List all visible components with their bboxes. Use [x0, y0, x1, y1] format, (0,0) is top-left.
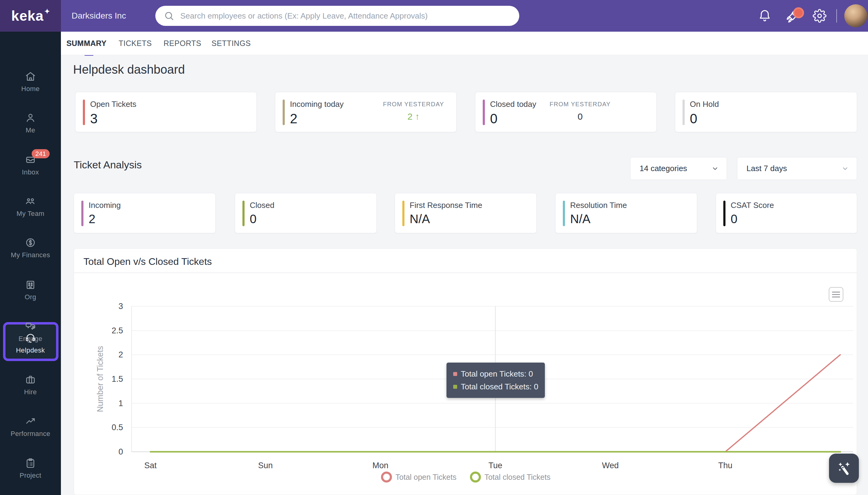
y-axis-label: Number of Tickets: [96, 346, 105, 412]
card-label: Incoming: [89, 201, 121, 210]
card-label: Closed: [250, 201, 274, 210]
from-yesterday-value: 0: [549, 112, 611, 122]
y-tick-label: 2.5: [112, 326, 123, 335]
tooltip-row: Total closed Tickets: 0: [453, 380, 538, 393]
ai-assistant-button[interactable]: [829, 454, 859, 483]
y-tick-label: 0.5: [112, 423, 123, 432]
settings-button[interactable]: [809, 0, 830, 32]
open-tickets-card: Open Tickets 3: [75, 92, 257, 132]
closed-today-card: Closed today 0 FROM YESTERDAY 0: [475, 92, 657, 132]
sidebar-item-my-team[interactable]: My Team: [0, 195, 61, 218]
briefcase-icon: [25, 374, 36, 386]
csat-score-card: CSAT Score 0: [716, 193, 857, 233]
legend-item-closed-tickets[interactable]: Total closed Tickets: [470, 472, 551, 482]
from-yesterday-block: FROM YESTERDAY 2 ↑: [383, 101, 444, 122]
card-label: On Hold: [690, 100, 719, 109]
card-label: First Response Time: [410, 201, 482, 210]
gear-icon: [813, 9, 827, 23]
chevron-down-icon: [841, 165, 849, 172]
card-value: 0: [690, 111, 697, 126]
sidebar-item-inbox[interactable]: 241 Inbox: [0, 154, 61, 176]
tooltip-text: Total closed Tickets: 0: [461, 380, 538, 393]
sidebar-item-project[interactable]: Project: [0, 457, 61, 479]
card-label: Closed today: [490, 100, 536, 109]
y-tick-label: 1.5: [112, 374, 123, 383]
helpdesk-tab-bar: SUMMARY TICKETS REPORTS SETTINGS: [61, 32, 868, 55]
sidebar-item-partial[interactable]: [0, 487, 61, 495]
tab-summary-label[interactable]: SUMMARY: [66, 32, 106, 55]
search-icon: [164, 11, 174, 21]
sidebar-item-performance[interactable]: Performance: [0, 415, 61, 438]
sidebar-item-home[interactable]: Home: [0, 71, 61, 93]
dollar-circle-icon: [25, 237, 36, 249]
inbox-unread-badge: 241: [32, 149, 50, 158]
clipboard-icon: [25, 457, 36, 469]
x-tick-label: Tue: [488, 461, 502, 470]
card-accent-bar: [402, 201, 404, 226]
card-accent-bar: [243, 201, 245, 226]
card-value: 2: [89, 212, 95, 226]
page-title: Helpdesk dashboard: [73, 63, 185, 76]
top-bar: keka✦ Darksiders Inc: [0, 0, 868, 32]
sidebar: Home Me 241 Inbox My Team My Finan: [0, 32, 61, 495]
sidebar-item-org[interactable]: Org: [0, 279, 61, 301]
open-vs-closed-chart-card: Total Open v/s Closed Tickets 00.511.522…: [74, 249, 857, 495]
company-name: Darksiders Inc: [71, 0, 126, 32]
search-input[interactable]: [180, 11, 501, 21]
card-label: Incoming today: [290, 100, 344, 109]
legend-label: Total closed Tickets: [485, 473, 551, 482]
bell-icon: [758, 9, 772, 23]
card-label: CSAT Score: [731, 201, 774, 210]
card-accent-bar: [723, 201, 725, 226]
tab-reports[interactable]: REPORTS: [164, 32, 201, 55]
card-value: 2: [290, 111, 297, 126]
keka-logo-text: keka: [11, 7, 44, 24]
card-label: Resolution Time: [570, 201, 627, 210]
tab-settings[interactable]: SETTINGS: [211, 32, 251, 55]
y-tick-label: 3: [118, 302, 123, 311]
card-accent-bar: [83, 100, 85, 125]
card-value: 0: [490, 111, 497, 126]
tab-tickets[interactable]: TICKETS: [118, 32, 152, 55]
chat-bubbles-icon: [25, 321, 36, 332]
categories-dropdown[interactable]: 14 categories: [630, 157, 727, 180]
card-value: 0: [731, 212, 737, 226]
sidebar-item-me[interactable]: Me: [0, 112, 61, 134]
on-hold-card: On Hold 0: [675, 92, 857, 132]
notifications-button[interactable]: [754, 0, 775, 32]
headset-icon: [24, 331, 36, 344]
x-tick-label: Thu: [718, 461, 733, 470]
legend-label: Total open Tickets: [396, 473, 456, 482]
whats-new-button[interactable]: [782, 0, 803, 32]
closed-card: Closed 0: [235, 193, 377, 233]
chart-legend: Total open Tickets Total closed Tickets: [74, 472, 857, 482]
card-label: Open Tickets: [90, 100, 136, 109]
from-yesterday-label: FROM YESTERDAY: [549, 101, 611, 108]
tooltip-text: Total open Tickets: 0: [461, 368, 533, 380]
sidebar-item-helpdesk[interactable]: Helpdesk: [0, 331, 61, 354]
card-value: N/A: [570, 212, 590, 226]
date-range-dropdown[interactable]: Last 7 days: [737, 157, 857, 180]
incoming-card: Incoming 2: [74, 193, 216, 233]
open-tickets-legend-ring: [381, 472, 392, 482]
incoming-today-card: Incoming today 2 FROM YESTERDAY 2 ↑: [275, 92, 456, 132]
x-tick-label: Sun: [258, 461, 272, 470]
magic-wand-icon: [835, 459, 853, 477]
closed-tickets-legend-ring: [470, 472, 481, 482]
sidebar-item-hire[interactable]: Hire: [0, 374, 61, 396]
y-tick-label: 2: [118, 350, 123, 359]
categories-dropdown-value: 14 categories: [639, 164, 687, 173]
global-search[interactable]: [155, 6, 519, 26]
sidebar-item-my-finances[interactable]: My Finances: [0, 237, 61, 259]
card-accent-bar: [483, 100, 485, 125]
keka-logo[interactable]: keka✦: [0, 0, 61, 32]
partial-icon: [25, 487, 36, 495]
legend-item-open-tickets[interactable]: Total open Tickets: [381, 472, 456, 482]
from-yesterday-value: 2 ↑: [383, 112, 444, 122]
building-icon: [25, 279, 36, 290]
user-avatar[interactable]: [844, 4, 867, 28]
chart-tooltip: Total open Tickets: 0 Total closed Ticke…: [447, 362, 545, 398]
card-accent-bar: [563, 201, 565, 226]
ticket-analysis-title: Ticket Analysis: [74, 159, 142, 171]
card-value: 3: [90, 111, 98, 126]
